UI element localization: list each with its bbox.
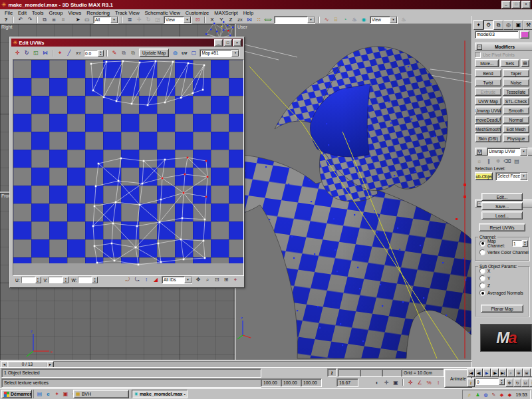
- crossing-selection-icon[interactable]: ▣: [392, 379, 400, 386]
- dialog-close-button[interactable]: ×: [233, 39, 241, 47]
- tray-network-icon[interactable]: ◍: [482, 391, 489, 398]
- map-channel-radio[interactable]: Map Channel: 1▴▾: [479, 239, 529, 248]
- uv-vertex[interactable]: [114, 260, 116, 262]
- uv-vertex-selected[interactable]: [205, 160, 207, 162]
- active-toggle-icon[interactable]: ☼: [475, 158, 483, 165]
- use-pivot-points-checkbox[interactable]: Use Pivot Points: [475, 52, 529, 58]
- menu-tools[interactable]: Tools: [29, 10, 47, 16]
- mirror-uv-icon[interactable]: ⋈: [41, 49, 49, 57]
- modifier-button-extrude[interactable]: Extrude: [475, 88, 501, 96]
- uv-vertex[interactable]: [135, 247, 137, 249]
- zoom-icon[interactable]: ⌕: [507, 368, 515, 377]
- menu-maxscript[interactable]: MAXScript: [211, 10, 240, 16]
- uv-vertex-selected[interactable]: [207, 176, 209, 178]
- reset-uvws-button[interactable]: Reset UVWs: [479, 223, 525, 231]
- modify-tab[interactable]: ⚙: [483, 20, 493, 30]
- make-unique-icon[interactable]: ✱: [494, 158, 502, 165]
- reference-coordinate-system-combo[interactable]: View▼: [164, 16, 192, 24]
- uv-vertex[interactable]: [92, 90, 94, 92]
- uv-vertex[interactable]: [158, 243, 160, 245]
- face-mode-icon[interactable]: ▢: [190, 49, 198, 57]
- move-uv-icon[interactable]: ✜: [13, 49, 21, 57]
- utilities-tab[interactable]: ⚒: [523, 20, 532, 30]
- uv-vertex[interactable]: [142, 183, 144, 185]
- uv-vertex[interactable]: [172, 61, 174, 63]
- uv-vertex-selected[interactable]: [162, 178, 164, 180]
- axis-radio-z[interactable]: Z: [479, 283, 529, 289]
- menu-track-view[interactable]: Track View: [112, 10, 142, 16]
- checkered-character-model[interactable]: z: [236, 24, 471, 360]
- tray-app2-icon[interactable]: ◆: [506, 391, 513, 398]
- zoom-region-uv-icon[interactable]: ⊡: [213, 277, 221, 284]
- quicklaunch-ie-icon[interactable]: e: [45, 390, 52, 398]
- rotate-uv-icon[interactable]: ↻: [23, 49, 31, 57]
- rotate-ccw-icon[interactable]: ⤾: [124, 277, 132, 284]
- zoom-all-icon[interactable]: ⊕: [515, 368, 523, 377]
- uv-vertex[interactable]: [92, 225, 94, 227]
- mirror-icon[interactable]: ⋈: [245, 16, 253, 23]
- current-frame-field[interactable]: 0▴▾: [475, 378, 505, 385]
- uv-vertex[interactable]: [116, 100, 118, 102]
- all-ids-combo[interactable]: All IDs▼: [162, 276, 192, 284]
- paste-uvs-icon[interactable]: ⧉: [129, 49, 137, 57]
- more-modifiers-button[interactable]: More...: [475, 59, 499, 67]
- render-last-icon[interactable]: ♨: [400, 16, 408, 23]
- filter-selected-faces-icon[interactable]: ✎: [110, 49, 118, 57]
- motion-tab[interactable]: ◎: [503, 20, 513, 30]
- radio-icon[interactable]: [479, 249, 485, 255]
- uv-vertex[interactable]: [183, 259, 185, 261]
- start-button[interactable]: Démarrer: [1, 390, 32, 398]
- dialog-titlebar[interactable]: ✳ Edit UVWs _ □ ×: [11, 39, 243, 47]
- right-viewport-label[interactable]: Right: [1, 25, 12, 29]
- uv-vertex[interactable]: [98, 163, 100, 165]
- undo-icon[interactable]: ↶: [17, 16, 25, 23]
- modifier-button-stl-check[interactable]: STL-Check: [503, 97, 529, 105]
- uv-vertex[interactable]: [159, 221, 161, 223]
- uv-vertex[interactable]: [164, 102, 166, 104]
- edit-stack-icon[interactable]: ▤: [513, 158, 521, 165]
- show-end-result-icon[interactable]: ∥: [485, 158, 493, 165]
- uv-filter-icon[interactable]: ◢: [152, 277, 160, 284]
- selection-filter-combo[interactable]: All▼: [93, 16, 118, 24]
- radio-icon[interactable]: [479, 275, 485, 281]
- uv-vertex[interactable]: [180, 239, 182, 241]
- create-tab[interactable]: ✦: [473, 20, 483, 30]
- modifier-button-meshsmooth[interactable]: MeshSmooth: [475, 125, 501, 133]
- zoom-extents-icon[interactable]: ⊞: [523, 368, 531, 377]
- checkbox-icon[interactable]: [475, 52, 481, 58]
- map-channel-field[interactable]: 1▴▾: [512, 240, 528, 247]
- map-select-combo[interactable]: Map #51▼: [200, 49, 239, 57]
- snap-toggle-icon[interactable]: ✜: [406, 379, 414, 386]
- menu-rendering[interactable]: Rendering: [84, 10, 112, 16]
- modifier-button-physique[interactable]: Physique: [503, 134, 529, 142]
- display-tab[interactable]: ▣: [513, 20, 523, 30]
- rotate-cw-icon[interactable]: ⤿: [133, 277, 141, 284]
- use-pivot-point-center-icon[interactable]: ⊡: [194, 16, 201, 23]
- uv-vertex[interactable]: [203, 65, 205, 66]
- menu-group[interactable]: Group: [47, 10, 66, 16]
- uv-vertex[interactable]: [122, 61, 124, 63]
- percent-snap-icon[interactable]: %: [425, 379, 433, 386]
- angle-snap-icon[interactable]: ∠: [416, 379, 424, 386]
- radio-icon[interactable]: [479, 290, 485, 296]
- uv-vertex[interactable]: [188, 63, 190, 65]
- render-scene-icon[interactable]: ♨: [350, 16, 358, 23]
- uv-vertex[interactable]: [155, 61, 157, 63]
- user-viewport[interactable]: User: [236, 24, 471, 360]
- tray-user-icon[interactable]: ♟: [474, 391, 481, 398]
- maximize-button[interactable]: □: [511, 1, 521, 9]
- spinner-snap-icon[interactable]: ↕: [434, 379, 442, 386]
- select-and-move-icon[interactable]: ✢: [135, 16, 143, 23]
- uv-vertex[interactable]: [202, 89, 204, 91]
- transform-gizmo-icon[interactable]: ✛: [382, 379, 390, 386]
- copy-uvs-icon[interactable]: ⧉: [120, 49, 128, 57]
- uv-vertex[interactable]: [120, 158, 122, 160]
- radio-icon[interactable]: [479, 283, 485, 289]
- uv-vertex[interactable]: [203, 240, 205, 242]
- uv-vertex[interactable]: [160, 199, 162, 201]
- z-transform-field[interactable]: 100.00: [301, 378, 322, 387]
- bind-to-spacewarp-icon[interactable]: ⌗: [59, 16, 67, 23]
- sets-button[interactable]: Sets: [500, 59, 519, 67]
- previous-frame-button[interactable]: ◀|: [475, 368, 483, 377]
- hierarchy-tab[interactable]: ⧉: [493, 20, 503, 30]
